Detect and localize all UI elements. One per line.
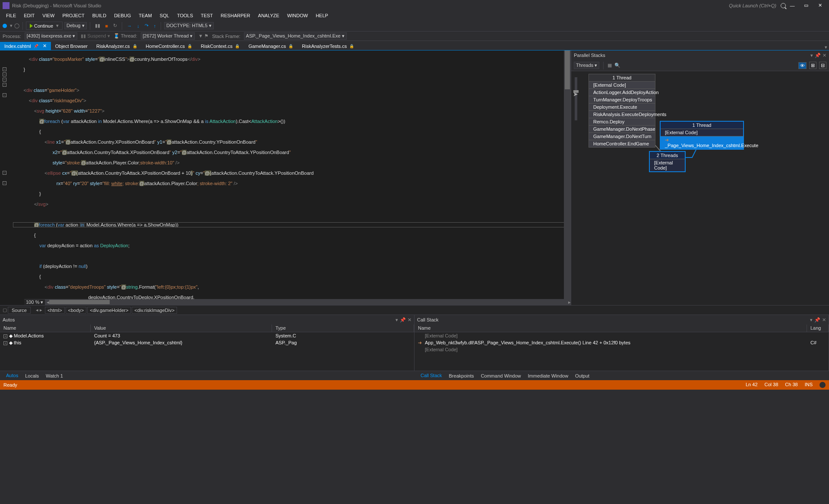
menu-bar: FILE EDIT VIEW PROJECT BUILD DEBUG TEAM … bbox=[0, 11, 829, 20]
breadcrumb-gameholder[interactable]: <div.gameHolder> bbox=[87, 307, 131, 314]
tabwell-output[interactable]: Output bbox=[572, 372, 593, 379]
menu-analyze[interactable]: ANALYZE bbox=[255, 12, 283, 19]
breadcrumb-riskimagediv[interactable]: <div.riskImageDiv> bbox=[132, 307, 177, 314]
tabwell-breakpoints[interactable]: Breakpoints bbox=[446, 372, 478, 379]
code-content[interactable]: <div class="troopsMarker" style="@inline… bbox=[9, 50, 571, 305]
config-dropdown[interactable]: Debug ▾ bbox=[64, 22, 86, 29]
step-over-icon[interactable]: ↷ bbox=[143, 22, 150, 29]
code-editor[interactable]: − − − − − − − <div class="troopsMarker" … bbox=[0, 50, 571, 305]
title-bar: Risk (Debugging) - Microsoft Visual Stud… bbox=[0, 0, 829, 11]
minimize-button[interactable]: — bbox=[786, 2, 799, 9]
autos-row[interactable]: +◆ this {ASP._Page_Views_Home_Index_csht… bbox=[0, 339, 414, 346]
panel-dropdown-icon[interactable]: ▾ bbox=[810, 53, 813, 58]
menu-sql[interactable]: SQL bbox=[156, 12, 173, 19]
left-tab-well: Autos Locals Watch 1 bbox=[0, 371, 414, 380]
document-tabs: Index.cshtml📌✕ Object Browser RiskAnalyz… bbox=[0, 41, 829, 50]
menu-debug[interactable]: DEBUG bbox=[111, 12, 134, 19]
callstack-row[interactable]: [External Code] bbox=[414, 332, 829, 339]
step-out-icon[interactable]: ↑ bbox=[152, 22, 158, 29]
parallel-block-3[interactable]: 2 Threads [External Code] bbox=[649, 151, 686, 172]
autos-row[interactable]: +◆ Model.Actions Count = 473 System.C bbox=[0, 332, 414, 339]
menu-resharper[interactable]: RESHARPER bbox=[217, 12, 253, 19]
thread-label: 🧵 Thread: bbox=[114, 33, 137, 39]
parallel-threads-dropdown[interactable]: Threads ▾ bbox=[574, 62, 599, 69]
nav-back-icon[interactable] bbox=[3, 24, 7, 28]
callstack-col-name[interactable]: Name bbox=[414, 324, 807, 332]
step-next-icon[interactable]: → bbox=[125, 22, 133, 29]
tabwell-autos[interactable]: Autos bbox=[3, 372, 22, 380]
autos-col-type[interactable]: Type bbox=[272, 324, 414, 332]
doctype-dropdown[interactable]: DOCTYPE: HTML5 ▾ bbox=[164, 22, 213, 29]
status-notify-icon[interactable] bbox=[820, 382, 826, 388]
vertical-scrollbar[interactable] bbox=[564, 50, 571, 299]
callstack-row[interactable]: ➜App_Web_nkt3wfyb.dll!ASP._Page_Views_Ho… bbox=[414, 339, 829, 346]
tabwell-locals[interactable]: Locals bbox=[22, 372, 42, 379]
tabwell-immediatewindow[interactable]: Immediate Window bbox=[525, 372, 572, 379]
menu-view[interactable]: VIEW bbox=[39, 12, 58, 19]
tabwell-callstack[interactable]: Call Stack bbox=[417, 372, 446, 380]
parallel-view3-button[interactable]: ⊟ bbox=[819, 62, 826, 69]
panel-pin-icon[interactable]: 📌 bbox=[815, 53, 821, 58]
autos-col-value[interactable]: Value bbox=[91, 324, 272, 332]
menu-help[interactable]: HELP bbox=[312, 12, 332, 19]
menu-project[interactable]: PROJECT bbox=[59, 12, 88, 19]
thread-dropdown[interactable]: [2672] Worker Thread ▾ bbox=[141, 32, 195, 40]
tab-riskanalyzer[interactable]: RiskAnalyzer.cs🔒 bbox=[92, 42, 142, 50]
maximize-button[interactable]: ▭ bbox=[800, 2, 813, 9]
status-line: Ln 42 bbox=[746, 382, 758, 388]
breadcrumb-source[interactable]: Source bbox=[8, 307, 31, 314]
process-dropdown[interactable]: [4392] iisexpress.exe ▾ bbox=[25, 32, 77, 40]
menu-edit[interactable]: EDIT bbox=[20, 12, 38, 19]
zoom-slider[interactable] bbox=[575, 77, 577, 120]
restart-icon[interactable]: ↻ bbox=[111, 22, 119, 29]
menu-file[interactable]: FILE bbox=[3, 12, 19, 19]
tabwell-watch1[interactable]: Watch 1 bbox=[42, 372, 66, 379]
stop-icon[interactable]: ■ bbox=[104, 22, 110, 29]
breadcrumb-html[interactable]: <html> bbox=[45, 307, 65, 314]
zoom-dropdown[interactable]: 100 % ▾ bbox=[24, 299, 45, 305]
vs-logo-icon bbox=[3, 2, 9, 9]
process-label: Process: bbox=[3, 34, 21, 39]
breadcrumb-body[interactable]: <body> bbox=[66, 307, 87, 314]
tab-riskanalyzertests[interactable]: RiskAnalyzerTests.cs🔒 bbox=[297, 42, 358, 50]
status-ins: INS bbox=[805, 382, 813, 388]
main-toolbar: ▾ ◯ Continue▾ Debug ▾ ▮▮ ■ ↻ → ↓ ↷ ↑ DOC… bbox=[0, 20, 829, 32]
callstack-panel: Call Stack▾📌✕ Name Lang [External Code] … bbox=[414, 315, 829, 371]
right-tab-well: Call Stack Breakpoints Command Window Im… bbox=[414, 371, 829, 380]
pause-icon[interactable]: ▮▮ bbox=[93, 22, 102, 29]
tab-gamemanager[interactable]: GameManager.cs🔒 bbox=[244, 42, 297, 50]
parallel-tool-icon[interactable]: ▦ bbox=[608, 63, 612, 68]
autos-col-name[interactable]: Name bbox=[0, 324, 91, 332]
search-icon[interactable] bbox=[781, 3, 786, 8]
quick-launch[interactable]: Quick Launch (Ctrl+Q) bbox=[729, 3, 776, 8]
parallel-zoom-icon[interactable]: 🔍 bbox=[614, 63, 620, 68]
tab-object-browser[interactable]: Object Browser bbox=[51, 42, 92, 50]
panel-close-icon[interactable]: ✕ bbox=[823, 53, 826, 58]
parallel-view1-button[interactable]: 👁 bbox=[798, 62, 807, 69]
tab-homecontroller[interactable]: HomeController.cs🔒 bbox=[142, 42, 196, 50]
parallel-block-2[interactable]: 1 Thread [External Code] ➜ _Page_Views_H… bbox=[660, 121, 744, 150]
menu-team[interactable]: TEAM bbox=[135, 12, 155, 19]
callstack-row[interactable]: [External Code] bbox=[414, 346, 829, 353]
nav-fwd-icon[interactable]: ◯ bbox=[14, 23, 19, 28]
window-title: Risk (Debugging) - Microsoft Visual Stud… bbox=[12, 3, 729, 8]
menu-build[interactable]: BUILD bbox=[89, 12, 110, 19]
tabwell-commandwindow[interactable]: Command Window bbox=[478, 372, 525, 379]
tab-index-cshtml[interactable]: Index.cshtml📌✕ bbox=[0, 42, 51, 50]
status-bar: Ready Ln 42 Col 38 Ch 38 INS bbox=[0, 380, 829, 390]
close-button[interactable]: ✕ bbox=[813, 2, 826, 9]
menu-tools[interactable]: TOOLS bbox=[174, 12, 196, 19]
callstack-col-lang[interactable]: Lang bbox=[807, 324, 829, 332]
tab-overflow-icon[interactable]: ▾ bbox=[823, 44, 829, 50]
stackframe-dropdown[interactable]: ASP._Page_Views_Home_Index_cshtml.Exe ▾ bbox=[244, 32, 347, 40]
menu-test[interactable]: TEST bbox=[197, 12, 216, 19]
parallel-block-1[interactable]: 1 Thread [External Code] ActionLogger.Ad… bbox=[589, 74, 655, 148]
outline-gutter[interactable]: − − − − − − − bbox=[0, 50, 9, 305]
continue-button[interactable]: Continue▾ bbox=[26, 22, 63, 30]
menu-window[interactable]: WINDOW bbox=[284, 12, 311, 19]
autos-panel: Autos▾📌✕ Name Value Type +◆ Model.Action… bbox=[0, 315, 414, 371]
tab-riskcontext[interactable]: RiskContext.cs🔒 bbox=[196, 42, 244, 50]
horizontal-scrollbar[interactable]: 100 % ▾ ◂ ▸ bbox=[24, 299, 571, 305]
parallel-view2-button[interactable]: ⊞ bbox=[809, 62, 816, 69]
step-into-icon[interactable]: ↓ bbox=[135, 22, 141, 29]
